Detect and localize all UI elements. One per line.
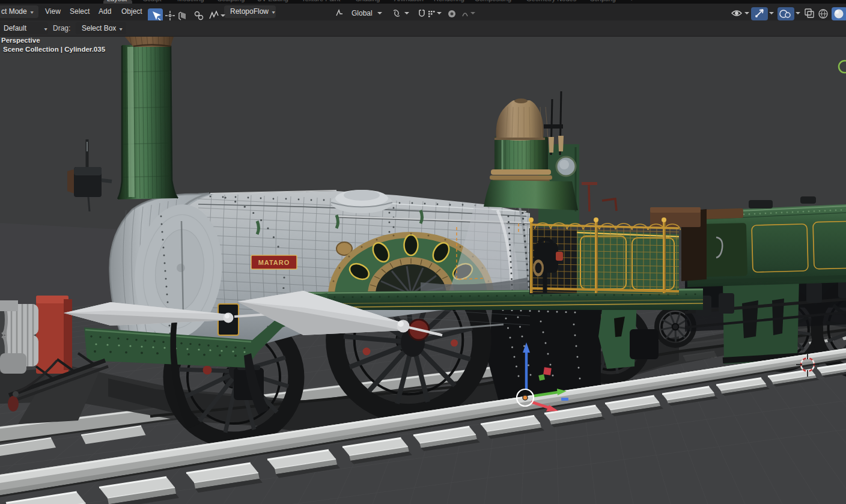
svg-text:Global: Global <box>351 9 373 17</box>
svg-text:MATARO: MATARO <box>258 259 290 266</box>
